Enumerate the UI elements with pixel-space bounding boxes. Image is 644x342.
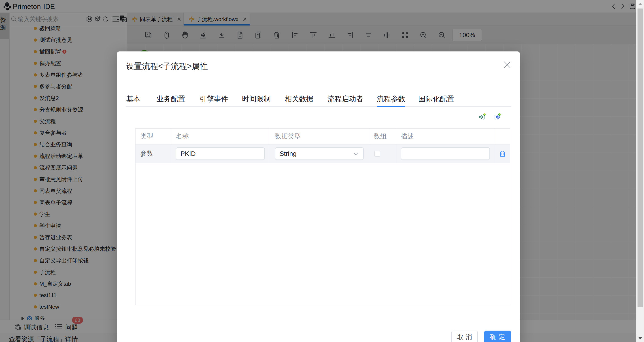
confirm-button[interactable]: 确定	[484, 330, 511, 342]
browser-scrollbar[interactable]	[636, 0, 644, 342]
dialog-tab-label: 基本	[126, 95, 140, 103]
delete-row-icon[interactable]	[500, 151, 505, 157]
param-datatype-value: String	[280, 150, 296, 158]
dialog-tab-label: 相关数据	[285, 95, 314, 103]
add-parameter-icon[interactable]	[479, 112, 487, 120]
dialog-tab-bar: 基本 业务配置 引擎事件 时间限制 相关数据 流程启动者 流程参数 国际化配置	[126, 94, 511, 107]
param-name-input[interactable]	[176, 148, 265, 160]
dialog-tab[interactable]: 基本	[126, 94, 140, 104]
param-datatype-select[interactable]: String	[275, 148, 364, 160]
parameter-row: 参数 String	[136, 144, 510, 163]
dialog-tab-label: 流程启动者	[328, 95, 363, 103]
dialog-tab[interactable]: 业务配置	[156, 94, 185, 104]
column-header-type: 类型	[136, 128, 171, 144]
column-header-description: 描述	[396, 128, 495, 144]
column-header-array: 数组	[369, 128, 396, 144]
scrollbar-down-arrow-icon[interactable]	[638, 337, 642, 340]
column-header-name: 名称	[171, 128, 270, 144]
add-reference-icon[interactable]	[494, 112, 502, 120]
cancel-button[interactable]: 取消	[452, 330, 478, 342]
dialog-tab[interactable]: 流程参数	[377, 94, 405, 104]
column-header-actions	[495, 128, 510, 144]
table-header-row: 类型 名称 数据类型 数组 描述	[136, 128, 510, 144]
param-type-cell: 参数	[140, 149, 153, 158]
dialog-tab-label: 流程参数	[377, 95, 405, 103]
dialog-tab-label: 时间限制	[242, 95, 271, 103]
scrollbar-up-arrow-icon[interactable]	[638, 3, 642, 5]
dialog-tab-label: 国际化配置	[418, 95, 454, 103]
scrollbar-thumb[interactable]	[638, 8, 643, 307]
dialog-title: 设置流程<子流程>属性	[126, 61, 208, 72]
dialog-tab[interactable]: 国际化配置	[418, 94, 454, 104]
dialog-close-icon[interactable]	[503, 60, 511, 69]
param-description-input[interactable]	[401, 148, 490, 160]
dialog-tab[interactable]: 引擎事件	[200, 94, 228, 104]
dialog-tab-label: 业务配置	[156, 95, 185, 103]
dialog-tab-label: 引擎事件	[200, 95, 228, 103]
dialog-tab[interactable]: 时间限制	[242, 94, 271, 104]
parameters-table: 类型 名称 数据类型 数组 描述 参数 String	[135, 128, 510, 305]
process-properties-dialog: 设置流程<子流程>属性 基本 业务配置 引擎事件 时间限制 相关数据 流程启动者…	[117, 52, 520, 342]
param-array-checkbox[interactable]	[374, 151, 380, 157]
column-header-datatype: 数据类型	[270, 128, 369, 144]
dialog-tab[interactable]: 流程启动者	[328, 94, 363, 104]
chevron-down-icon	[354, 152, 358, 155]
dialog-tab[interactable]: 相关数据	[285, 94, 314, 104]
